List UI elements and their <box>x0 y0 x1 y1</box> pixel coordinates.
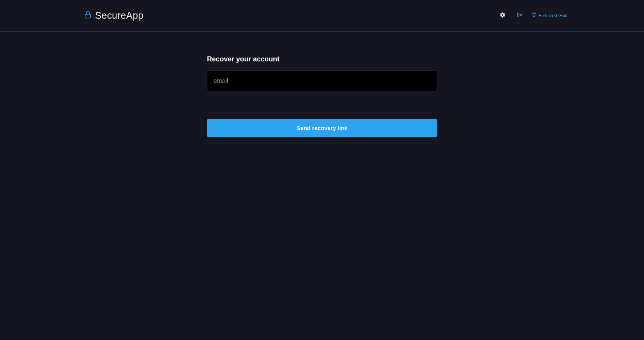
header-left: SecureApp <box>84 10 143 21</box>
send-recovery-button[interactable]: Send recovery link <box>207 119 437 137</box>
app-title: SecureApp <box>95 10 143 21</box>
fork-github-link[interactable]: Fork on GitHub <box>532 12 567 19</box>
logout-icon <box>516 12 522 19</box>
fork-icon <box>532 12 536 19</box>
email-field[interactable] <box>207 70 437 91</box>
svg-rect-0 <box>85 14 90 18</box>
header-right: Fork on GitHub <box>498 10 567 21</box>
logout-button[interactable] <box>515 10 524 21</box>
main-content: Recover your account Send recovery link <box>0 31 644 137</box>
svg-point-2 <box>535 13 536 14</box>
svg-point-3 <box>534 16 535 17</box>
recover-form: Recover your account Send recovery link <box>207 55 437 137</box>
gear-icon <box>499 12 506 19</box>
settings-button[interactable] <box>498 10 507 21</box>
lock-icon <box>84 11 91 18</box>
svg-point-1 <box>532 13 534 14</box>
fork-github-label: Fork on GitHub <box>539 13 567 18</box>
app-header: SecureApp <box>0 0 644 31</box>
form-title: Recover your account <box>207 55 437 63</box>
